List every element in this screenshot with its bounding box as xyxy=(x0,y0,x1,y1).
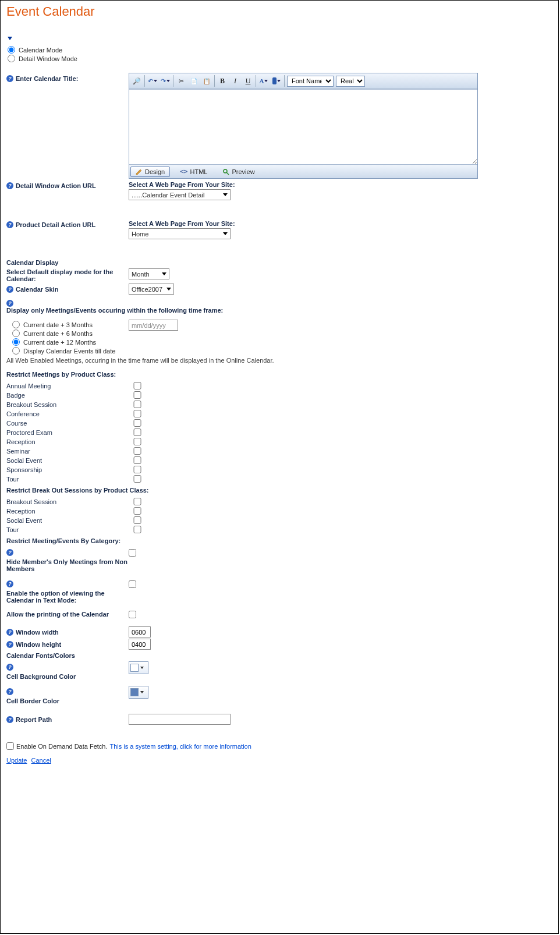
calendar-mode-radio[interactable] xyxy=(8,46,15,54)
product-class-checkbox[interactable] xyxy=(129,401,146,408)
pencil-icon xyxy=(136,168,143,175)
skin-value: Office2007 xyxy=(132,286,162,293)
report-path-input[interactable] xyxy=(129,714,231,725)
help-icon[interactable] xyxy=(6,75,13,82)
update-link[interactable]: Update xyxy=(6,757,27,764)
enter-title-label: Enter Calendar Title: xyxy=(16,75,78,82)
breakout-class-label: Social Event xyxy=(6,517,129,524)
tf-6m-radio[interactable] xyxy=(12,330,20,337)
detail-mode-radio[interactable] xyxy=(8,55,15,62)
collapse-toggle-icon[interactable] xyxy=(8,37,12,40)
code-icon: <> xyxy=(180,168,187,175)
hide-member-checkbox[interactable] xyxy=(129,549,136,557)
default-display-label: Select Default display mode for the Cale… xyxy=(6,268,129,282)
product-class-checkbox[interactable] xyxy=(129,475,146,483)
rte-tab-design[interactable]: Design xyxy=(130,167,170,177)
display-mode-value: Month xyxy=(132,271,150,278)
cell-bg-color-picker[interactable] xyxy=(129,661,148,674)
timeframe-intro: Display only Meetings/Events occuring wi… xyxy=(6,307,223,314)
rte-tab-html[interactable]: <> HTML xyxy=(175,166,212,177)
product-class-checkbox[interactable] xyxy=(129,466,146,473)
font-name-select[interactable]: Font Name xyxy=(287,76,334,87)
ondemand-label: Enable On Demand Data Fetch. xyxy=(16,743,108,750)
product-class-checkbox[interactable] xyxy=(129,391,146,399)
tab-preview-label: Preview xyxy=(232,168,254,175)
ondemand-info-link[interactable]: This is a system setting, click for more… xyxy=(110,743,251,750)
bold-icon[interactable]: B xyxy=(216,75,229,87)
enable-text-checkbox[interactable] xyxy=(129,580,136,588)
undo-icon[interactable]: ↶ xyxy=(146,75,159,87)
product-class-label: Course xyxy=(6,420,129,427)
backcolor-icon[interactable] xyxy=(270,75,283,87)
product-class-label: Seminar xyxy=(6,448,129,455)
help-icon[interactable] xyxy=(6,221,13,228)
win-width-input[interactable] xyxy=(129,626,151,638)
chevron-down-icon xyxy=(223,193,228,196)
breakout-class-checkbox[interactable] xyxy=(129,516,146,524)
calendar-skin-label: Calendar Skin xyxy=(16,286,58,293)
skin-select[interactable]: Office2007 xyxy=(129,284,174,295)
help-icon[interactable] xyxy=(6,300,13,307)
product-class-checkbox[interactable] xyxy=(129,410,146,417)
font-size-select[interactable]: Real ... xyxy=(336,76,365,87)
allow-print-label: Allow the printing of the Calendar xyxy=(6,611,129,619)
select-page-label-1: Select A Web Page From Your Site: xyxy=(129,181,235,188)
help-icon[interactable] xyxy=(6,664,13,671)
tf-3m-radio[interactable] xyxy=(12,321,20,328)
cancel-link[interactable]: Cancel xyxy=(31,757,51,764)
breakout-class-checkbox[interactable] xyxy=(129,526,146,533)
help-icon[interactable] xyxy=(6,641,13,648)
tf-till-radio[interactable] xyxy=(12,347,20,355)
product-class-label: Tour xyxy=(6,476,129,483)
cell-border-color-picker[interactable] xyxy=(129,686,148,699)
paste-icon[interactable]: 📋 xyxy=(200,75,213,87)
till-date-input[interactable] xyxy=(129,320,178,331)
tf-till-label: Display Calendar Events till date xyxy=(23,348,115,355)
cut-icon[interactable]: ✂ xyxy=(175,75,187,87)
product-class-checkbox[interactable] xyxy=(129,438,146,445)
help-icon[interactable] xyxy=(6,629,13,636)
copy-icon[interactable]: 📄 xyxy=(187,75,200,87)
breakout-class-label: Breakout Session xyxy=(6,498,129,505)
win-width-label: Window width xyxy=(16,629,59,636)
display-mode-select[interactable]: Month xyxy=(129,268,169,279)
help-icon[interactable] xyxy=(6,182,13,189)
rte-tab-preview[interactable]: Preview xyxy=(217,167,260,177)
detail-page-select[interactable]: ......Calendar Event Detail xyxy=(129,189,231,200)
breakout-class-checkbox[interactable] xyxy=(129,498,146,505)
underline-icon[interactable]: U xyxy=(242,75,254,87)
help-icon[interactable] xyxy=(6,549,13,556)
tab-html-label: HTML xyxy=(190,168,208,175)
italic-icon[interactable]: I xyxy=(229,75,242,87)
enable-text-label: Enable the option of viewing the Calenda… xyxy=(6,590,129,604)
help-icon[interactable] xyxy=(6,716,13,723)
chevron-down-icon xyxy=(140,691,144,693)
help-icon[interactable] xyxy=(6,580,13,587)
forecolor-icon[interactable]: A xyxy=(257,75,270,87)
tf-12m-radio[interactable] xyxy=(12,338,20,346)
select-page-label-2: Select A Web Page From Your Site: xyxy=(129,220,235,227)
breakout-class-checkbox[interactable] xyxy=(129,507,146,515)
product-class-label: Sponsorship xyxy=(6,466,129,473)
rte-content-area[interactable] xyxy=(129,89,477,165)
product-class-checkbox[interactable] xyxy=(129,456,146,464)
product-class-checkbox[interactable] xyxy=(129,382,146,389)
product-class-checkbox[interactable] xyxy=(129,447,146,455)
product-class-checkbox[interactable] xyxy=(129,428,146,436)
redo-icon[interactable]: ↷ xyxy=(159,75,172,87)
product-class-checkbox[interactable] xyxy=(129,419,146,427)
help-icon[interactable] xyxy=(6,688,13,695)
swatch-icon xyxy=(130,664,139,672)
win-height-input[interactable] xyxy=(129,639,151,650)
product-page-select[interactable]: Home xyxy=(129,228,231,239)
page-title: Event Calendar xyxy=(6,4,552,19)
restrict-breakout-heading: Restrict Break Out Sessions by Product C… xyxy=(6,487,552,494)
product-class-label: Proctored Exam xyxy=(6,429,129,436)
chevron-down-icon xyxy=(162,272,166,275)
find-replace-icon[interactable]: 🔎 xyxy=(130,75,143,87)
help-icon[interactable] xyxy=(6,286,13,293)
tf-3m-label: Current date + 3 Months xyxy=(23,321,93,328)
ondemand-checkbox[interactable] xyxy=(6,742,14,750)
allow-print-checkbox[interactable] xyxy=(129,611,136,618)
calendar-display-heading: Calendar Display xyxy=(6,259,552,266)
